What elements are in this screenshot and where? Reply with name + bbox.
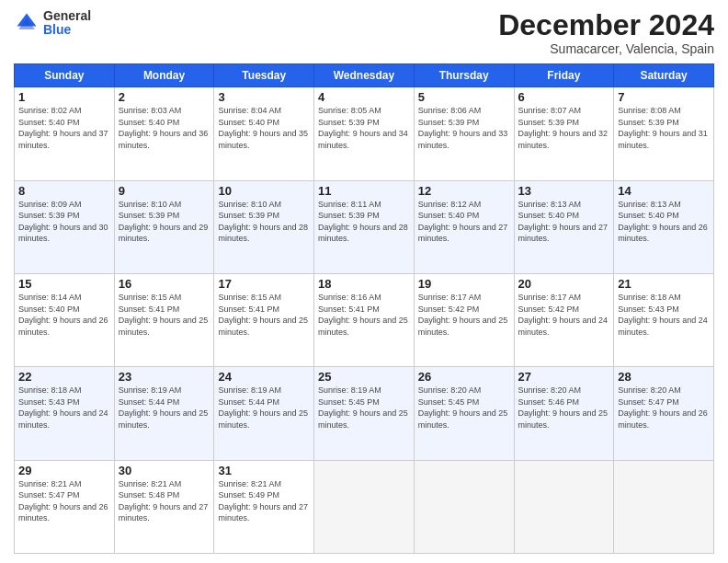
day-info: Sunrise: 8:16 AMSunset: 5:41 PMDaylight:… — [318, 292, 410, 338]
table-cell: 21Sunrise: 8:18 AMSunset: 5:43 PMDayligh… — [614, 273, 714, 366]
table-cell — [514, 460, 614, 553]
col-sunday: Sunday — [15, 64, 115, 87]
day-number: 21 — [618, 277, 710, 291]
logo-blue-text: Blue — [43, 23, 91, 37]
day-number: 3 — [218, 90, 310, 104]
day-info: Sunrise: 8:15 AMSunset: 5:41 PMDaylight:… — [218, 292, 310, 338]
day-number: 24 — [218, 370, 310, 384]
table-cell — [414, 460, 514, 553]
table-cell: 1Sunrise: 8:02 AMSunset: 5:40 PMDaylight… — [15, 87, 115, 180]
month-title: December 2024 — [498, 9, 714, 41]
day-info: Sunrise: 8:21 AMSunset: 5:47 PMDaylight:… — [18, 478, 110, 524]
day-info: Sunrise: 8:19 AMSunset: 5:44 PMDaylight:… — [218, 385, 310, 431]
day-info: Sunrise: 8:02 AMSunset: 5:40 PMDaylight:… — [18, 105, 110, 151]
day-info: Sunrise: 8:09 AMSunset: 5:39 PMDaylight:… — [18, 199, 110, 245]
day-info: Sunrise: 8:12 AMSunset: 5:40 PMDaylight:… — [418, 199, 510, 245]
col-thursday: Thursday — [414, 64, 514, 87]
day-info: Sunrise: 8:20 AMSunset: 5:47 PMDaylight:… — [618, 385, 710, 431]
calendar-header-row: Sunday Monday Tuesday Wednesday Thursday… — [15, 64, 714, 87]
table-cell: 7Sunrise: 8:08 AMSunset: 5:39 PMDaylight… — [614, 87, 714, 180]
day-number: 1 — [18, 90, 110, 104]
day-number: 27 — [518, 370, 610, 384]
calendar-week-row: 1Sunrise: 8:02 AMSunset: 5:40 PMDaylight… — [15, 87, 714, 180]
day-number: 13 — [518, 184, 610, 198]
day-info: Sunrise: 8:11 AMSunset: 5:39 PMDaylight:… — [318, 199, 410, 245]
day-info: Sunrise: 8:20 AMSunset: 5:46 PMDaylight:… — [518, 385, 610, 431]
day-number: 26 — [418, 370, 510, 384]
day-number: 30 — [119, 464, 210, 477]
day-number: 29 — [18, 464, 110, 477]
table-cell: 12Sunrise: 8:12 AMSunset: 5:40 PMDayligh… — [414, 180, 514, 273]
table-cell: 23Sunrise: 8:19 AMSunset: 5:44 PMDayligh… — [114, 367, 214, 460]
day-info: Sunrise: 8:20 AMSunset: 5:45 PMDaylight:… — [418, 385, 510, 431]
day-info: Sunrise: 8:17 AMSunset: 5:42 PMDaylight:… — [418, 292, 510, 338]
table-cell — [614, 460, 714, 553]
col-saturday: Saturday — [614, 64, 714, 87]
logo-text: General Blue — [43, 9, 91, 38]
day-number: 18 — [318, 277, 410, 291]
day-info: Sunrise: 8:19 AMSunset: 5:44 PMDaylight:… — [119, 385, 210, 431]
day-info: Sunrise: 8:13 AMSunset: 5:40 PMDaylight:… — [518, 199, 610, 245]
day-info: Sunrise: 8:10 AMSunset: 5:39 PMDaylight:… — [218, 199, 310, 245]
day-info: Sunrise: 8:07 AMSunset: 5:39 PMDaylight:… — [518, 105, 610, 151]
table-cell: 24Sunrise: 8:19 AMSunset: 5:44 PMDayligh… — [214, 367, 314, 460]
table-cell: 13Sunrise: 8:13 AMSunset: 5:40 PMDayligh… — [514, 180, 614, 273]
table-cell: 25Sunrise: 8:19 AMSunset: 5:45 PMDayligh… — [314, 367, 415, 460]
day-info: Sunrise: 8:14 AMSunset: 5:40 PMDaylight:… — [18, 292, 110, 338]
day-number: 16 — [119, 277, 210, 291]
table-cell: 14Sunrise: 8:13 AMSunset: 5:40 PMDayligh… — [614, 180, 714, 273]
day-info: Sunrise: 8:08 AMSunset: 5:39 PMDaylight:… — [618, 105, 710, 151]
table-cell: 19Sunrise: 8:17 AMSunset: 5:42 PMDayligh… — [414, 273, 514, 366]
table-cell: 16Sunrise: 8:15 AMSunset: 5:41 PMDayligh… — [114, 273, 214, 366]
day-number: 11 — [318, 184, 410, 198]
day-number: 5 — [418, 90, 510, 104]
day-number: 2 — [119, 90, 210, 104]
logo: General Blue — [14, 9, 91, 38]
table-cell: 10Sunrise: 8:10 AMSunset: 5:39 PMDayligh… — [214, 180, 314, 273]
table-cell: 18Sunrise: 8:16 AMSunset: 5:41 PMDayligh… — [314, 273, 415, 366]
day-number: 17 — [218, 277, 310, 291]
table-cell: 2Sunrise: 8:03 AMSunset: 5:40 PMDaylight… — [114, 87, 214, 180]
calendar-table: Sunday Monday Tuesday Wednesday Thursday… — [14, 63, 714, 554]
table-cell: 8Sunrise: 8:09 AMSunset: 5:39 PMDaylight… — [15, 180, 115, 273]
day-number: 23 — [119, 370, 210, 384]
table-cell — [314, 460, 415, 553]
table-cell: 15Sunrise: 8:14 AMSunset: 5:40 PMDayligh… — [15, 273, 115, 366]
table-cell: 27Sunrise: 8:20 AMSunset: 5:46 PMDayligh… — [514, 367, 614, 460]
day-number: 20 — [518, 277, 610, 291]
col-friday: Friday — [514, 64, 614, 87]
table-cell: 31Sunrise: 8:21 AMSunset: 5:49 PMDayligh… — [214, 460, 314, 553]
day-info: Sunrise: 8:06 AMSunset: 5:39 PMDaylight:… — [418, 105, 510, 151]
day-number: 12 — [418, 184, 510, 198]
day-info: Sunrise: 8:05 AMSunset: 5:39 PMDaylight:… — [318, 105, 410, 151]
table-cell: 5Sunrise: 8:06 AMSunset: 5:39 PMDaylight… — [414, 87, 514, 180]
day-info: Sunrise: 8:21 AMSunset: 5:48 PMDaylight:… — [119, 478, 210, 524]
table-cell: 17Sunrise: 8:15 AMSunset: 5:41 PMDayligh… — [214, 273, 314, 366]
day-number: 8 — [18, 184, 110, 198]
day-number: 19 — [418, 277, 510, 291]
day-number: 25 — [318, 370, 410, 384]
day-number: 7 — [618, 90, 710, 104]
day-info: Sunrise: 8:19 AMSunset: 5:45 PMDaylight:… — [318, 385, 410, 431]
day-number: 14 — [618, 184, 710, 198]
calendar-week-row: 8Sunrise: 8:09 AMSunset: 5:39 PMDaylight… — [15, 180, 714, 273]
day-number: 15 — [18, 277, 110, 291]
day-info: Sunrise: 8:04 AMSunset: 5:40 PMDaylight:… — [218, 105, 310, 151]
calendar-week-row: 29Sunrise: 8:21 AMSunset: 5:47 PMDayligh… — [15, 460, 714, 553]
table-cell: 29Sunrise: 8:21 AMSunset: 5:47 PMDayligh… — [15, 460, 115, 553]
logo-general-text: General — [43, 9, 91, 23]
col-tuesday: Tuesday — [214, 64, 314, 87]
table-cell: 22Sunrise: 8:18 AMSunset: 5:43 PMDayligh… — [15, 367, 115, 460]
day-number: 4 — [318, 90, 410, 104]
day-info: Sunrise: 8:17 AMSunset: 5:42 PMDaylight:… — [518, 292, 610, 338]
day-number: 9 — [119, 184, 210, 198]
table-cell: 9Sunrise: 8:10 AMSunset: 5:39 PMDaylight… — [114, 180, 214, 273]
calendar-week-row: 22Sunrise: 8:18 AMSunset: 5:43 PMDayligh… — [15, 367, 714, 460]
table-cell: 4Sunrise: 8:05 AMSunset: 5:39 PMDaylight… — [314, 87, 415, 180]
table-cell: 11Sunrise: 8:11 AMSunset: 5:39 PMDayligh… — [314, 180, 415, 273]
day-number: 22 — [18, 370, 110, 384]
day-info: Sunrise: 8:13 AMSunset: 5:40 PMDaylight:… — [618, 199, 710, 245]
table-cell: 26Sunrise: 8:20 AMSunset: 5:45 PMDayligh… — [414, 367, 514, 460]
day-info: Sunrise: 8:10 AMSunset: 5:39 PMDaylight:… — [119, 199, 210, 245]
header: General Blue December 2024 Sumacarcer, V… — [14, 9, 714, 56]
